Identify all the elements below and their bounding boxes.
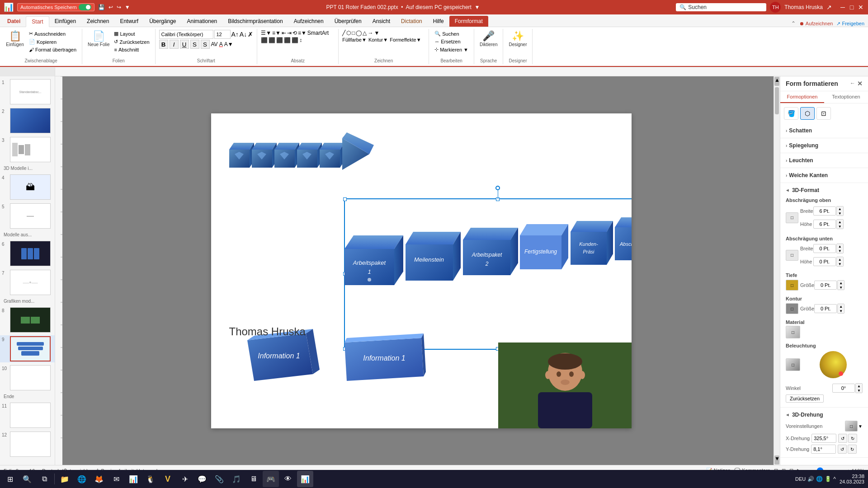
underline-btn[interactable]: U	[180, 40, 189, 49]
scroll-up-btn[interactable]: ▲	[774, 77, 779, 86]
slide-item-9[interactable]: 9	[0, 335, 55, 362]
slide-item-8[interactable]: 8	[0, 306, 55, 333]
x-rotate-ccw[interactable]: ↺	[838, 434, 847, 443]
taskbar-sound[interactable]: 🔊	[807, 476, 814, 482]
au-breite-input[interactable]	[813, 244, 836, 253]
search-taskbar-btn[interactable]: 🔍	[19, 471, 35, 487]
slide-item-7[interactable]: 7 —•—	[0, 269, 55, 296]
shape-5[interactable]: △	[363, 30, 367, 36]
voreinst-dropdown-arrow[interactable]: ▼	[858, 424, 863, 429]
taskbar-monitor[interactable]: 🖥	[245, 471, 262, 487]
tiefe-up[interactable]: ▲	[838, 281, 844, 285]
slide-item-12[interactable]: 12	[0, 431, 55, 458]
bold-btn[interactable]: B	[159, 40, 168, 49]
slide-thumb-3[interactable]	[10, 137, 51, 162]
autosave-toggle[interactable]: Automatisches Speichern	[17, 3, 94, 11]
share-ribbon-btn[interactable]: ↗ Freigeben	[836, 21, 864, 27]
btn-layout[interactable]: ▦ Layout	[112, 30, 151, 38]
minimize-btn[interactable]: ─	[839, 4, 846, 11]
tiefe-input[interactable]	[814, 281, 837, 290]
justify-btn[interactable]: ⬛	[284, 37, 291, 43]
fuellstart-btn[interactable]: Füllfarbe▼	[342, 37, 367, 42]
toolbar-more-icon[interactable]: ▼	[125, 4, 130, 10]
taskbar-battery[interactable]: 🔋	[825, 476, 831, 482]
tab-datei[interactable]: Datei	[2, 16, 26, 27]
slide-item-1[interactable]: 1 Standardabsc...	[0, 78, 55, 105]
taskbar-lang[interactable]: DEU	[795, 476, 806, 482]
voreinst-preset[interactable]: □	[845, 421, 858, 432]
toolbar-redo-icon[interactable]: ↪	[117, 4, 121, 10]
au-breite-up[interactable]: ▲	[837, 244, 843, 249]
slide-thumb-11[interactable]	[10, 403, 51, 428]
tab-ansicht[interactable]: Ansicht	[367, 16, 396, 27]
col-btn[interactable]: ⬛	[292, 37, 298, 43]
slide-thumb-1[interactable]: Standardabsc...	[10, 79, 51, 104]
tiefe-down[interactable]: ▼	[838, 285, 844, 290]
slide-item-6[interactable]: 6	[0, 240, 55, 267]
close-btn[interactable]: ✕	[857, 4, 864, 11]
font-grow-btn[interactable]: A↑	[231, 31, 239, 38]
winkel-input[interactable]	[832, 384, 855, 393]
shape-1[interactable]: ╱	[342, 30, 345, 36]
slide-thumb-5[interactable]: —	[10, 203, 51, 229]
tiefe-color[interactable]: □	[786, 280, 798, 291]
indent-dec-btn[interactable]: ⇤	[282, 30, 286, 36]
abschraeg-unten-preset[interactable]: □	[786, 250, 798, 261]
btn-abschnitt[interactable]: ≡ Abschnitt	[112, 46, 151, 53]
taskbar-game[interactable]: 🎮	[263, 471, 279, 487]
btn-neue-folie[interactable]: 📄 Neue Folie	[86, 30, 111, 48]
kontur-down[interactable]: ▼	[838, 309, 844, 313]
align-text-btn[interactable]: ≡▼	[298, 30, 307, 36]
tab-aufzeichnen[interactable]: Aufzeichnen	[288, 16, 329, 27]
tab-bildschirm[interactable]: Bildschirmpräsentation	[222, 16, 288, 27]
au-hoehe-up[interactable]: ▲	[837, 257, 843, 262]
btn-einfuegen[interactable]: 📋 Einfügen	[4, 30, 26, 48]
share-icon[interactable]: ↗	[826, 4, 832, 11]
btn-suchen[interactable]: 🔍 Suchen	[433, 30, 461, 38]
taskbar-clip[interactable]: 📎	[211, 471, 227, 487]
zuruecksetzen-btn[interactable]: Zurücksetzen	[786, 394, 824, 403]
toolbar-undo-icon[interactable]: ↩	[108, 4, 113, 10]
kontur-color[interactable]: □	[786, 303, 798, 314]
tab-uebergaenge[interactable]: Übergänge	[144, 16, 181, 27]
panel-tab-textoptionen[interactable]: Textoptionen	[824, 91, 868, 103]
y-rotate-cw[interactable]: ↻	[848, 445, 857, 454]
taskbar-clock[interactable]: 23:38 24.03.2023	[838, 474, 866, 484]
schatten-header[interactable]: › Schatten	[786, 126, 863, 135]
tab-entwurf[interactable]: Entwurf	[114, 16, 144, 27]
slide-thumb-9[interactable]	[10, 336, 51, 361]
scroll-thumb[interactable]	[775, 87, 779, 114]
align-right-btn[interactable]: ⬛	[276, 37, 283, 43]
maximize-btn[interactable]: □	[848, 4, 855, 11]
panel-close-btn[interactable]: ✕	[857, 80, 863, 87]
hoehe-spin-up[interactable]: ▲	[837, 220, 843, 224]
slide-thumb-8[interactable]	[10, 307, 51, 333]
font-shrink-btn[interactable]: A↓	[240, 31, 247, 38]
y-drehung-input[interactable]	[811, 445, 836, 454]
text-shadow-btn[interactable]: S	[201, 40, 210, 49]
record-btn[interactable]: ⏺ Aufzeichnen	[799, 21, 833, 26]
tab-hilfe[interactable]: Hilfe	[428, 16, 449, 27]
breite-spin-down[interactable]: ▼	[837, 211, 843, 216]
indent-inc-btn[interactable]: ⇥	[287, 30, 292, 36]
btn-ersetzen[interactable]: ↔ Ersetzen	[433, 38, 462, 45]
slide-thumb-12[interactable]	[10, 432, 51, 457]
tab-dictation[interactable]: Dictation	[396, 16, 428, 27]
weiche-kanten-header[interactable]: › Weiche Kanten	[786, 171, 863, 180]
smartart-btn[interactable]: SmartArt	[307, 30, 329, 36]
taskbar-arrow[interactable]: ^	[833, 476, 836, 482]
slide-thumb-7[interactable]: —•—	[10, 270, 51, 295]
taskbar-v[interactable]: V	[160, 471, 176, 487]
italic-btn[interactable]: I	[170, 40, 179, 49]
highlight-btn[interactable]: A▼	[224, 41, 233, 47]
align-center-btn[interactable]: ⬛	[269, 37, 275, 43]
taskbar-chat[interactable]: 💬	[194, 471, 210, 487]
strikethrough-btn[interactable]: S	[190, 40, 199, 49]
btn-diktieren[interactable]: 🎤 Diktieren	[478, 30, 499, 48]
line-spacing-btn[interactable]: ↕	[299, 37, 302, 43]
user-avatar[interactable]: TH	[770, 2, 781, 13]
shapes-more-btn[interactable]: ▼	[374, 30, 379, 36]
au-hoehe-down[interactable]: ▼	[837, 262, 843, 266]
taskbar-ppt[interactable]: 📊	[297, 471, 313, 487]
slide-thumb-10[interactable]	[10, 365, 51, 390]
